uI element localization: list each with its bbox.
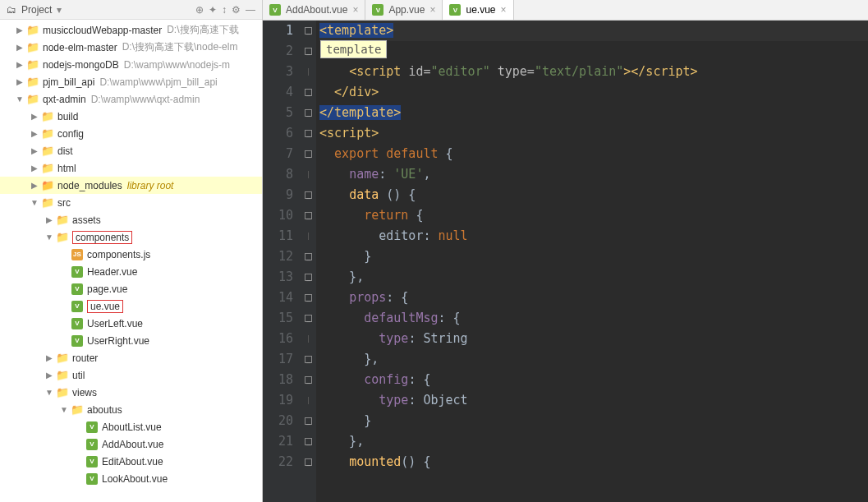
fold-icon[interactable] xyxy=(305,356,312,363)
fold-icon[interactable] xyxy=(305,274,312,281)
fold-icon[interactable] xyxy=(305,89,312,96)
line-number[interactable]: 11 xyxy=(263,226,293,246)
line-number[interactable]: 14 xyxy=(263,288,293,308)
fold-icon[interactable] xyxy=(305,376,312,384)
tree-item[interactable]: VEditAbout.vue xyxy=(0,453,262,470)
line-number[interactable]: 18 xyxy=(263,370,293,390)
tree-item[interactable]: VHeader.vue xyxy=(0,263,262,280)
tree-item[interactable]: VLookAbout.vue xyxy=(0,470,262,487)
line-number[interactable]: 19 xyxy=(263,390,293,411)
code-line[interactable]: }, xyxy=(319,267,868,288)
code-line[interactable]: </template> xyxy=(319,103,868,123)
fold-icon[interactable] xyxy=(305,438,312,445)
tree-item[interactable]: ▶musiccloudWebapp-masterD:\搜狗高速下载 xyxy=(0,21,262,39)
line-number[interactable]: 13 xyxy=(263,267,293,288)
tree-item[interactable]: ▶pjm_bill_apiD:\wamp\www\pjm_bill_api xyxy=(0,73,262,90)
tree-item[interactable]: Vpage.vue xyxy=(0,280,262,297)
code-line[interactable]: export default { xyxy=(319,144,868,164)
code-line[interactable]: return { xyxy=(319,205,868,226)
tree-item[interactable]: ▼src xyxy=(0,194,262,211)
code-line[interactable]: } xyxy=(319,411,868,431)
expand-arrow-icon[interactable]: ▶ xyxy=(30,112,39,121)
tree-item[interactable]: ▼components xyxy=(0,228,262,246)
fold-icon[interactable] xyxy=(305,417,312,425)
expand-arrow-icon[interactable]: ▶ xyxy=(30,163,39,173)
fold-column[interactable] xyxy=(300,21,316,502)
close-icon[interactable]: × xyxy=(429,4,435,16)
code-editor[interactable]: 12345678910111213141516171819202122 <tem… xyxy=(263,21,868,502)
expand-arrow-icon[interactable]: ▶ xyxy=(15,77,25,86)
line-gutter[interactable]: 12345678910111213141516171819202122 xyxy=(263,21,300,502)
line-number[interactable]: 2 xyxy=(263,41,293,62)
code-line[interactable]: <script> xyxy=(319,123,868,144)
toolbar-icon[interactable]: ⚙ xyxy=(232,4,241,16)
code-line[interactable]: config: { xyxy=(319,370,868,390)
expand-arrow-icon[interactable]: ▶ xyxy=(44,353,54,362)
fold-icon[interactable] xyxy=(305,315,312,322)
line-number[interactable]: 5 xyxy=(263,103,293,123)
code-line[interactable]: data () { xyxy=(319,185,868,205)
line-number[interactable]: 10 xyxy=(263,205,293,226)
line-number[interactable]: 20 xyxy=(263,411,293,431)
code-line[interactable]: } xyxy=(319,246,868,267)
code-line[interactable]: <script id="editor" type="text/plain"></… xyxy=(319,62,868,82)
code-line[interactable]: }, xyxy=(319,349,868,370)
line-number[interactable]: 21 xyxy=(263,431,293,452)
tree-item[interactable]: ▶util xyxy=(0,366,262,384)
expand-arrow-icon[interactable]: ▶ xyxy=(44,215,54,224)
tree-item[interactable]: ▶node_moduleslibrary root xyxy=(0,177,262,194)
tree-item[interactable]: ▶node-elm-masterD:\搜狗高速下载\node-elm xyxy=(0,39,262,56)
toolbar-icon[interactable]: ⊕ xyxy=(195,4,204,16)
fold-icon[interactable] xyxy=(305,253,312,260)
code-line[interactable]: </div> xyxy=(319,82,868,103)
line-number[interactable]: 6 xyxy=(263,123,293,144)
tree-item[interactable]: VAboutList.vue xyxy=(0,418,262,435)
tree-item[interactable]: VUserLeft.vue xyxy=(0,315,262,332)
expand-arrow-icon[interactable]: ▶ xyxy=(15,60,25,69)
code-line[interactable]: mounted() { xyxy=(319,452,868,472)
fold-icon[interactable] xyxy=(305,458,312,466)
editor-tab[interactable]: Vue.vue× xyxy=(443,0,513,20)
code-line[interactable]: <div> xyxy=(319,41,868,62)
code-line[interactable]: props: { xyxy=(319,288,868,308)
fold-icon[interactable] xyxy=(305,48,312,55)
expand-arrow-icon[interactable]: ▶ xyxy=(44,371,54,380)
tree-item[interactable]: ▶nodejs-mongoDBD:\wamp\www\nodejs-m xyxy=(0,56,262,73)
line-number[interactable]: 16 xyxy=(263,329,293,349)
line-number[interactable]: 12 xyxy=(263,246,293,267)
expand-arrow-icon[interactable]: ▶ xyxy=(15,25,25,35)
expand-arrow-icon[interactable]: ▼ xyxy=(15,94,25,104)
project-tree[interactable]: ▶musiccloudWebapp-masterD:\搜狗高速下载▶node-e… xyxy=(0,20,262,502)
toolbar-icon[interactable]: ✦ xyxy=(209,4,217,16)
expand-arrow-icon[interactable]: ▼ xyxy=(44,233,54,242)
tree-item[interactable]: ▶dist xyxy=(0,142,262,159)
tree-item[interactable]: VAddAbout.vue xyxy=(0,435,262,453)
code-line[interactable]: type: String xyxy=(319,329,868,349)
fold-icon[interactable] xyxy=(305,130,312,137)
toolbar-icon[interactable]: ↕ xyxy=(222,4,227,16)
toolbar-icon[interactable]: — xyxy=(246,4,255,16)
expand-arrow-icon[interactable]: ▶ xyxy=(15,43,25,52)
fold-icon[interactable] xyxy=(305,27,312,35)
tree-item[interactable]: ▼views xyxy=(0,384,262,401)
tree-item[interactable]: ▼aboutus xyxy=(0,401,262,418)
line-number[interactable]: 8 xyxy=(263,164,293,185)
close-icon[interactable]: × xyxy=(501,4,507,16)
tree-item[interactable]: ▶assets xyxy=(0,211,262,228)
line-number[interactable]: 15 xyxy=(263,308,293,329)
fold-icon[interactable] xyxy=(305,212,312,219)
tree-item[interactable]: ▶router xyxy=(0,349,262,366)
code-line[interactable]: editor: null xyxy=(319,226,868,246)
expand-arrow-icon[interactable]: ▼ xyxy=(44,388,54,397)
code-line[interactable]: }, xyxy=(319,431,868,452)
fold-icon[interactable] xyxy=(305,109,312,117)
fold-icon[interactable] xyxy=(305,294,312,302)
dropdown-icon[interactable]: ▾ xyxy=(57,4,62,16)
tree-item[interactable]: ▶html xyxy=(0,159,262,177)
code-line[interactable]: <template> xyxy=(319,21,868,41)
tree-item[interactable]: ▼qxt-adminD:\wamp\www\qxt-admin xyxy=(0,90,262,108)
line-number[interactable]: 3 xyxy=(263,62,293,82)
editor-tab[interactable]: VApp.vue× xyxy=(365,0,443,20)
line-number[interactable]: 4 xyxy=(263,82,293,103)
close-icon[interactable]: × xyxy=(352,4,358,16)
